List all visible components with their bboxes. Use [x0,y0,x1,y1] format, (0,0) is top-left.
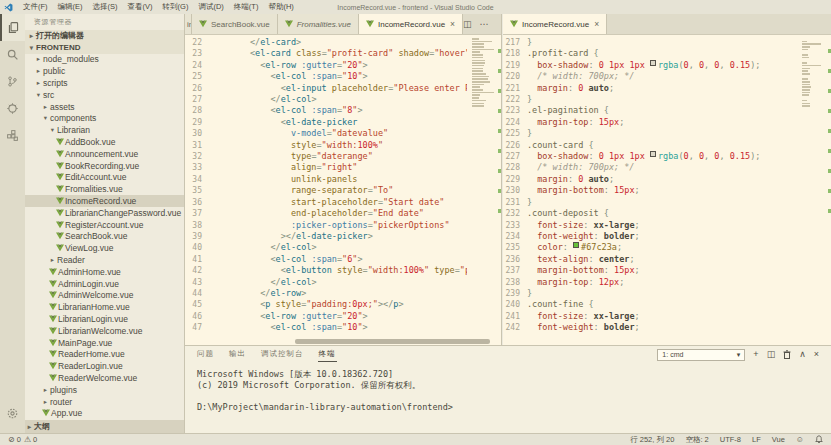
tree-file-AdminLogin-vue[interactable]: AdminLogin.vue [25,278,184,290]
panel-tab-终端[interactable]: 终端 [318,347,337,362]
tree-folder-components[interactable]: ▾components [25,113,184,125]
terminal-output: Microsoft Windows [版本 10.0.18362.720](c)… [185,363,831,413]
tree-file-SearchBook-vue[interactable]: SearchBook.vue [25,231,184,243]
vue-file-icon [510,20,518,28]
split-terminal-icon[interactable]: ◫ [767,350,776,359]
code-line: 227 box-shadow: 0 1px 1px rgba(0, 0, 0, … [503,151,797,162]
tree-file-AdminWelcome-vue[interactable]: AdminWelcome.vue [25,290,184,302]
line-number: 47 [185,322,209,333]
line-number: 231 [503,197,527,208]
tree-file-ReaderLogin-vue[interactable]: ReaderLogin.vue [25,360,184,372]
eol[interactable]: LF [752,435,761,444]
tree-folder-打开的编辑器[interactable]: ▸打开的编辑器 [25,30,184,42]
panel-tab-输出[interactable]: 输出 [228,347,247,362]
tree-file-ReaderWelcome-vue[interactable]: ReaderWelcome.vue [25,372,184,384]
tree-folder-assets[interactable]: ▸assets [25,101,184,113]
tree-file-LibrarianChangePassword-vue[interactable]: LibrarianChangePassword.vue [25,207,184,219]
menu-文件[interactable]: 文件(F) [18,2,53,12]
cursor-position[interactable]: 行 252, 列 20 [630,435,674,445]
tab-ing-vue[interactable]: ing.vue [185,14,192,34]
tab-close-icon[interactable]: × [450,19,455,29]
title-bar: 文件(F)编辑(E)选择(S)查看(V)转到(G)调试(D)终端(T)帮助(H)… [0,0,831,14]
outline-section[interactable]: ▸ 大纲 [25,420,184,433]
tree-folder-public[interactable]: ▸public [25,65,184,77]
encoding[interactable]: UTF-8 [720,435,741,444]
tree-item-label: ReaderWelcome.vue [58,373,137,383]
problems-errors[interactable]: ⊘ 0 [8,435,21,444]
menu-帮助[interactable]: 帮助(H) [263,2,298,12]
tree-file-BookRecording-vue[interactable]: BookRecording.vue [25,160,184,172]
tree-file-LibrarianHome-vue[interactable]: LibrarianHome.vue [25,301,184,313]
minimap[interactable] [802,38,826,108]
panel-tab-调试控制台[interactable]: 调试控制台 [260,347,305,362]
line-number: 26 [185,83,209,94]
tree-file-RegisterAccount-vue[interactable]: RegisterAccount.vue [25,219,184,231]
vue-file-icon [48,339,58,347]
menu-查看[interactable]: 查看(V) [123,2,158,12]
minimap[interactable] [472,38,496,108]
tree-item-label: LibrarianWelcome.vue [58,326,142,336]
tab-IncomeRecord-vue[interactable]: IncomeRecord.vue× [503,14,607,34]
language-mode[interactable]: Vue [772,435,785,444]
tab-Fromalities-vue[interactable]: Fromalities.vue [278,14,359,34]
menu-终端[interactable]: 终端(T) [229,2,264,12]
code-line: 222} [503,94,797,105]
tree-folder-scripts[interactable]: ▸scripts [25,77,184,89]
manage-gear-icon[interactable] [0,400,25,427]
explorer-icon[interactable] [0,14,25,41]
tree-file-ReaderHome-vue[interactable]: ReaderHome.vue [25,349,184,361]
vscode-logo-icon [4,3,13,12]
tree-file-MainPage-vue[interactable]: MainPage.vue [25,337,184,349]
tree-file-Fromalities-vue[interactable]: Fromalities.vue [25,183,184,195]
kill-terminal-icon[interactable] [783,350,791,359]
vue-file-icon [55,209,65,217]
line-number: 226 [503,140,527,151]
maximize-panel-icon[interactable]: ∧ [799,350,806,359]
menu-选择[interactable]: 选择(S) [88,2,123,12]
tab-IncomeRecord-vue[interactable]: IncomeRecord.vue× [359,14,463,34]
tree-file-AdminHome-vue[interactable]: AdminHome.vue [25,266,184,278]
tree-file-ViewLog-vue[interactable]: ViewLog.vue [25,242,184,254]
tree-folder-router[interactable]: ▸router [25,396,184,408]
terminal-shell-select[interactable]: 1: cmd ▾ [657,349,745,361]
tree-folder-plugins[interactable]: ▸plugins [25,384,184,396]
search-icon[interactable] [0,41,25,68]
new-terminal-icon[interactable]: + [753,350,758,359]
code-line: 45 <p style="padding:0px;"></p> [185,299,467,310]
tree-file-App-vue[interactable]: App.vue [25,408,184,420]
vue-file-icon [55,197,65,205]
menu-转到[interactable]: 转到(G) [158,2,194,12]
tab-close-icon[interactable]: × [594,19,599,29]
tree-folder-node_modules[interactable]: ▸node_modules [25,54,184,66]
notifications-bell-icon[interactable] [815,435,823,444]
code-line: 231} [503,197,797,208]
menu-调试[interactable]: 调试(D) [193,2,228,12]
horizontal-scrollbar[interactable] [295,339,490,344]
tree-file-LibrarianLogin-vue[interactable]: LibrarianLogin.vue [25,313,184,325]
menu-编辑[interactable]: 编辑(E) [53,2,88,12]
tree-folder-Librarian[interactable]: ▾Librarian [25,124,184,136]
close-panel-icon[interactable]: × [814,350,819,359]
tree-file-LibrarianWelcome-vue[interactable]: LibrarianWelcome.vue [25,325,184,337]
panel-tab-问题[interactable]: 问题 [196,347,215,362]
extensions-icon[interactable] [0,122,25,149]
split-editor-icon[interactable]: ◫ [463,19,472,29]
indentation[interactable]: 空格: 2 [685,435,708,445]
code-line: 225} [503,128,797,139]
tree-folder-Reader[interactable]: ▸Reader [25,254,184,266]
tree-file-AddBook-vue[interactable]: AddBook.vue [25,136,184,148]
tree-file-IncomeRecord-vue[interactable]: IncomeRecord.vue [25,195,184,207]
more-actions-icon[interactable]: ⋯ [480,19,489,29]
tree-file-Announcement-vue[interactable]: Announcement.vue [25,148,184,160]
debug-icon[interactable] [0,95,25,122]
problems-warnings[interactable]: ⚠ 0 [24,435,37,444]
tree-item-label: LibrarianChangePassword.vue [65,208,181,218]
line-number: 218 [503,48,527,59]
source-control-icon[interactable] [0,68,25,95]
feedback-smiley-icon[interactable]: ☺ [796,435,804,444]
tree-file-EditAccount-vue[interactable]: EditAccount.vue [25,172,184,184]
tree-folder-FRONTEND[interactable]: ▾FRONTEND [25,42,184,54]
vue-file-icon [285,20,293,28]
tab-SearchBook-vue[interactable]: SearchBook.vue [192,14,278,34]
tree-folder-src[interactable]: ▾src [25,89,184,101]
